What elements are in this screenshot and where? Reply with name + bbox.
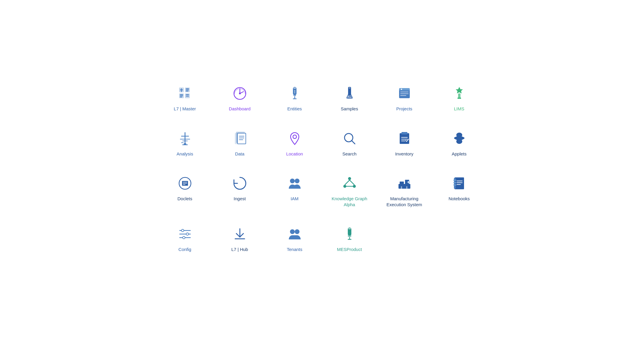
lims-label: LIMS bbox=[454, 106, 464, 112]
samples-label: Samples bbox=[341, 106, 358, 112]
notebooks-label: Notebooks bbox=[449, 196, 470, 202]
dashboard-label: Dashboard bbox=[229, 106, 251, 112]
app-samples[interactable]: Samples bbox=[323, 79, 375, 118]
svg-point-48 bbox=[293, 135, 297, 139]
app-notebooks[interactable]: Notebooks bbox=[433, 168, 485, 213]
svg-rect-30 bbox=[400, 93, 409, 94]
mesproduct-label: MESProduct bbox=[337, 247, 362, 252]
knowledgegraph-label: Knowledge Graph Alpha bbox=[326, 196, 372, 207]
app-grid: L7 | Master Dashboard bbox=[159, 79, 485, 258]
svg-rect-70 bbox=[400, 182, 404, 185]
mes-label: Manufacturing Execution System bbox=[381, 196, 427, 207]
app-entities[interactable]: Entities bbox=[269, 79, 321, 118]
mes-icon bbox=[396, 174, 413, 192]
svg-rect-17 bbox=[294, 88, 296, 89]
analysis-label: Analysis bbox=[177, 151, 193, 157]
mesproduct-icon bbox=[341, 225, 358, 243]
dashboard-icon bbox=[231, 85, 249, 102]
samples-icon bbox=[341, 85, 358, 102]
svg-point-92 bbox=[290, 229, 295, 234]
inventory-label: Inventory bbox=[395, 151, 414, 157]
config-icon bbox=[176, 225, 194, 243]
svg-rect-51 bbox=[400, 133, 409, 144]
app-l7master[interactable]: L7 | Master bbox=[159, 79, 211, 118]
lims-icon bbox=[450, 85, 468, 102]
inventory-icon bbox=[396, 130, 413, 147]
projects-label: Projects bbox=[396, 106, 412, 112]
app-projects[interactable]: Projects bbox=[378, 79, 430, 118]
app-location[interactable]: Location bbox=[269, 124, 321, 163]
svg-rect-44 bbox=[237, 133, 246, 144]
search-label: Search bbox=[342, 151, 357, 157]
svg-line-50 bbox=[352, 141, 355, 144]
svg-rect-95 bbox=[348, 228, 351, 229]
svg-rect-72 bbox=[401, 186, 402, 189]
iam-icon bbox=[286, 174, 304, 192]
search-icon bbox=[341, 130, 358, 147]
svg-rect-34 bbox=[458, 98, 461, 99]
l7hub-icon bbox=[231, 225, 249, 243]
svg-point-61 bbox=[290, 179, 295, 183]
svg-rect-52 bbox=[401, 132, 407, 134]
svg-point-63 bbox=[348, 177, 351, 180]
svg-point-90 bbox=[183, 236, 185, 239]
analysis-icon bbox=[176, 130, 194, 147]
svg-rect-79 bbox=[453, 180, 456, 181]
svg-rect-31 bbox=[400, 95, 406, 96]
svg-rect-33 bbox=[458, 93, 460, 98]
svg-rect-73 bbox=[406, 186, 407, 189]
app-applets[interactable]: Applets bbox=[433, 124, 485, 163]
app-l7hub[interactable]: L7 | Hub bbox=[214, 219, 266, 258]
tenants-label: Tenants bbox=[287, 247, 302, 252]
entities-label: Entities bbox=[287, 106, 302, 112]
svg-point-64 bbox=[343, 185, 346, 188]
svg-point-15 bbox=[239, 93, 241, 94]
location-label: Location bbox=[286, 151, 303, 157]
app-config[interactable]: Config bbox=[159, 219, 211, 258]
ingest-icon bbox=[231, 174, 249, 192]
app-lims[interactable]: LIMS bbox=[433, 79, 485, 118]
svg-point-89 bbox=[186, 233, 189, 235]
l7hub-label: L7 | Hub bbox=[231, 247, 248, 252]
doclets-label: Doclets bbox=[177, 196, 192, 202]
svg-point-65 bbox=[353, 185, 356, 188]
svg-rect-81 bbox=[453, 185, 456, 185]
app-ingest[interactable]: Ingest bbox=[214, 168, 266, 213]
svg-point-26 bbox=[350, 97, 350, 98]
app-doclets[interactable]: Doclets bbox=[159, 168, 211, 213]
app-inventory[interactable]: Inventory bbox=[378, 124, 430, 163]
svg-rect-29 bbox=[400, 92, 409, 92]
projects-icon bbox=[396, 85, 413, 102]
data-label: Data bbox=[235, 151, 245, 157]
app-knowledgegraph[interactable]: Knowledge Graph Alpha bbox=[323, 168, 375, 213]
svg-line-66 bbox=[345, 180, 350, 185]
knowledgegraph-icon bbox=[341, 174, 358, 192]
tenants-icon bbox=[286, 225, 304, 243]
data-icon bbox=[231, 130, 249, 147]
iam-label: IAM bbox=[291, 196, 299, 202]
app-iam[interactable]: IAM bbox=[269, 168, 321, 213]
entities-icon bbox=[286, 85, 304, 102]
svg-point-88 bbox=[181, 229, 184, 232]
app-search[interactable]: Search bbox=[323, 124, 375, 163]
app-tenants[interactable]: Tenants bbox=[269, 219, 321, 258]
l7master-label: L7 | Master bbox=[174, 106, 196, 112]
applets-label: Applets bbox=[452, 151, 466, 157]
app-data[interactable]: Data bbox=[214, 124, 266, 163]
doclets-icon bbox=[176, 174, 194, 192]
app-mesproduct[interactable]: MESProduct bbox=[323, 219, 375, 258]
svg-rect-69 bbox=[398, 184, 410, 189]
l7master-icon bbox=[176, 85, 194, 102]
svg-rect-78 bbox=[454, 178, 456, 189]
app-mes[interactable]: Manufacturing Execution System bbox=[378, 168, 430, 213]
svg-line-67 bbox=[350, 180, 354, 185]
app-analysis[interactable]: Analysis bbox=[159, 124, 211, 163]
svg-point-62 bbox=[295, 179, 299, 183]
svg-rect-24 bbox=[349, 88, 350, 88]
ingest-label: Ingest bbox=[234, 196, 246, 202]
svg-rect-80 bbox=[453, 182, 456, 183]
app-dashboard[interactable]: Dashboard bbox=[214, 79, 266, 118]
notebooks-icon bbox=[450, 174, 468, 192]
svg-point-93 bbox=[295, 229, 299, 234]
svg-rect-77 bbox=[455, 177, 464, 189]
